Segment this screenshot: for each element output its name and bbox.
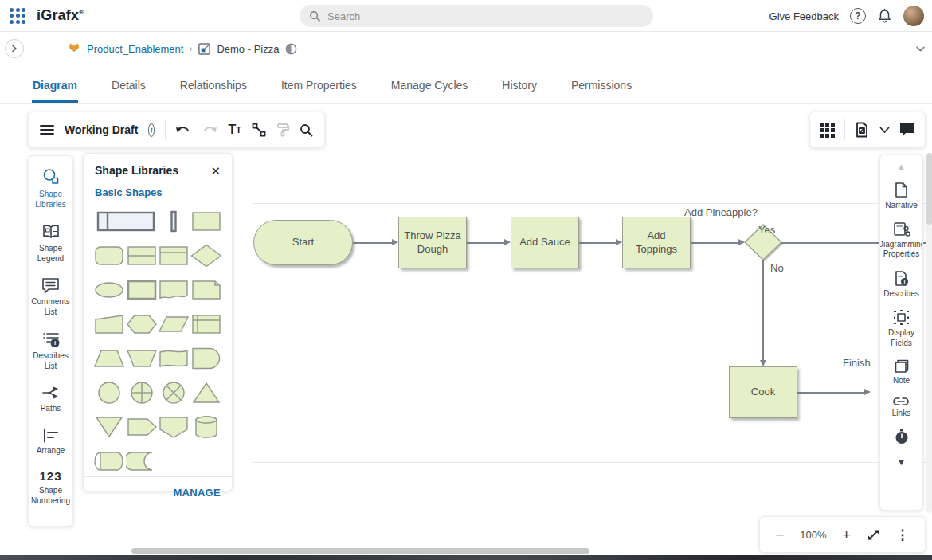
shapes-grid-icon[interactable] bbox=[820, 123, 835, 138]
shape-bordered-rectangle[interactable] bbox=[126, 278, 159, 302]
arrowhead bbox=[392, 239, 398, 245]
sidebar-item-arrange[interactable]: Arrange bbox=[37, 428, 65, 456]
tab-manage-cycles[interactable]: Manage Cycles bbox=[390, 79, 469, 103]
sidebar-item-shape-numbering[interactable]: 123 Shape Numbering bbox=[30, 469, 71, 506]
scroll-down-icon[interactable]: ▼ bbox=[897, 457, 906, 467]
sidebar-item-paths[interactable]: Paths bbox=[41, 385, 61, 414]
arrange-icon bbox=[41, 428, 59, 443]
shape-internal-storage[interactable] bbox=[190, 312, 223, 336]
arrowhead bbox=[504, 239, 511, 245]
shape-rectangle[interactable] bbox=[190, 210, 223, 233]
shape-document[interactable] bbox=[158, 278, 190, 302]
sidebar-item-describes-list[interactable]: i Describes List bbox=[30, 331, 71, 371]
node-add-toppings[interactable]: Add Toppings bbox=[622, 217, 691, 268]
shape-divider-bar[interactable] bbox=[158, 210, 190, 233]
shape-cylinder[interactable] bbox=[190, 415, 223, 439]
shape-hexagon[interactable] bbox=[126, 312, 159, 336]
tab-permissions[interactable]: Permissions bbox=[570, 79, 632, 103]
panel-item-describes[interactable]: i Describes bbox=[883, 270, 918, 300]
diagram-toolbar: Working Draft i TT bbox=[28, 112, 325, 148]
shape-pentagon-right[interactable] bbox=[126, 415, 159, 439]
shape-inverted-trapezoid[interactable] bbox=[126, 347, 159, 370]
node-throw-pizza-dough[interactable]: Throw Pizza Dough bbox=[398, 217, 467, 268]
comment-icon[interactable] bbox=[899, 123, 915, 137]
vertical-scrollbar[interactable] bbox=[926, 153, 932, 513]
sidebar-item-shape-legend[interactable]: Shape Legend bbox=[30, 223, 71, 264]
collapse-chevron-icon[interactable] bbox=[915, 43, 926, 57]
shape-folded-card[interactable] bbox=[190, 278, 223, 302]
shape-swimlane[interactable] bbox=[93, 210, 158, 233]
sidebar-item-comments-list[interactable]: Comments List bbox=[30, 277, 71, 317]
shape-parallelogram[interactable] bbox=[158, 312, 190, 336]
connector-no[interactable] bbox=[762, 260, 764, 361]
help-icon[interactable]: ? bbox=[850, 8, 866, 24]
manage-libraries-link[interactable]: MANAGE bbox=[173, 487, 221, 499]
panel-item-timer[interactable] bbox=[895, 429, 909, 447]
export-document-icon[interactable] bbox=[855, 122, 869, 138]
notifications-bell-icon[interactable] bbox=[877, 8, 892, 24]
more-options-icon[interactable]: ⋮ bbox=[895, 527, 909, 543]
search-input[interactable] bbox=[327, 10, 630, 22]
info-icon[interactable]: i bbox=[148, 123, 155, 137]
node-cook[interactable]: Cook bbox=[729, 366, 797, 418]
give-feedback-link[interactable]: Give Feedback bbox=[769, 10, 839, 22]
breadcrumb-space-link[interactable]: Product_Enablement bbox=[87, 43, 183, 55]
right-properties-panel: ▲ Narrative Diagramming Properties bbox=[879, 155, 923, 511]
tab-details[interactable]: Details bbox=[111, 79, 147, 103]
expand-panel-button[interactable] bbox=[5, 39, 24, 58]
menu-icon[interactable] bbox=[40, 124, 54, 135]
global-search[interactable] bbox=[300, 5, 653, 27]
shape-wave-rectangle[interactable] bbox=[158, 347, 190, 370]
toolbar-divider bbox=[844, 119, 845, 140]
shape-header-rectangle[interactable] bbox=[158, 244, 190, 268]
close-icon[interactable]: ✕ bbox=[210, 165, 221, 177]
shape-trapezoid[interactable] bbox=[93, 347, 126, 370]
shape-circle-x[interactable] bbox=[158, 381, 190, 405]
panel-item-diagramming-properties[interactable]: Diagramming Properties bbox=[879, 221, 923, 260]
connector-tool-icon[interactable] bbox=[252, 123, 266, 137]
app-waffle-icon[interactable] bbox=[10, 8, 25, 24]
shape-diamond[interactable] bbox=[190, 244, 223, 268]
shape-rounded-rectangle[interactable] bbox=[93, 244, 126, 268]
connector-dough-sauce[interactable] bbox=[467, 242, 506, 244]
panel-item-narrative[interactable]: Narrative bbox=[885, 182, 918, 211]
shape-triangle-up[interactable] bbox=[190, 381, 223, 405]
zoom-controls: − 100% + ⋮ bbox=[759, 516, 926, 553]
connector-sauce-toppings[interactable] bbox=[579, 242, 617, 244]
edge-label-no: No bbox=[770, 262, 784, 274]
zoom-search-icon[interactable] bbox=[300, 123, 313, 137]
zoom-in-icon[interactable]: + bbox=[842, 527, 851, 542]
panel-item-display-fields[interactable]: Display Fields bbox=[882, 309, 921, 348]
panel-item-note[interactable]: Note bbox=[893, 358, 910, 386]
fit-screen-icon[interactable] bbox=[867, 528, 880, 542]
tab-history[interactable]: History bbox=[501, 79, 538, 103]
connector-toppings-decision[interactable] bbox=[691, 242, 740, 244]
tab-item-properties[interactable]: Item Properties bbox=[280, 79, 358, 103]
shape-delay[interactable] bbox=[190, 347, 223, 370]
node-add-sauce[interactable]: Add Sauce bbox=[511, 217, 579, 268]
shape-ellipse[interactable] bbox=[93, 278, 126, 302]
compare-version-icon[interactable] bbox=[284, 42, 298, 56]
shape-triangle-down[interactable] bbox=[93, 415, 126, 439]
shape-split-rectangle[interactable] bbox=[126, 244, 159, 268]
top-bar: iGrafx® Give Feedback ? bbox=[0, 0, 932, 32]
node-start[interactable]: Start bbox=[253, 220, 353, 265]
chevron-down-icon[interactable] bbox=[879, 127, 890, 134]
zoom-out-icon[interactable]: − bbox=[776, 527, 785, 542]
shape-slanted-rectangle[interactable] bbox=[93, 312, 126, 336]
horizontal-scrollbar[interactable] bbox=[131, 548, 589, 554]
sidebar-item-shape-libraries[interactable]: Shape Libraries bbox=[30, 167, 71, 210]
shape-cylinder-horizontal[interactable] bbox=[93, 449, 126, 473]
shape-circle-cross[interactable] bbox=[126, 381, 159, 405]
connector-finish[interactable] bbox=[797, 392, 866, 394]
text-tool-icon[interactable]: TT bbox=[228, 123, 241, 137]
user-avatar[interactable] bbox=[903, 6, 924, 26]
tab-diagram[interactable]: Diagram bbox=[32, 79, 78, 103]
undo-icon[interactable] bbox=[175, 124, 191, 135]
shape-circle[interactable] bbox=[93, 381, 126, 405]
tab-relationships[interactable]: Relationships bbox=[179, 79, 248, 103]
shape-stored-data[interactable] bbox=[126, 449, 159, 473]
panel-item-links[interactable]: Links bbox=[892, 397, 910, 419]
connector-start-dough[interactable] bbox=[353, 242, 394, 244]
shape-hopper[interactable] bbox=[158, 415, 190, 439]
